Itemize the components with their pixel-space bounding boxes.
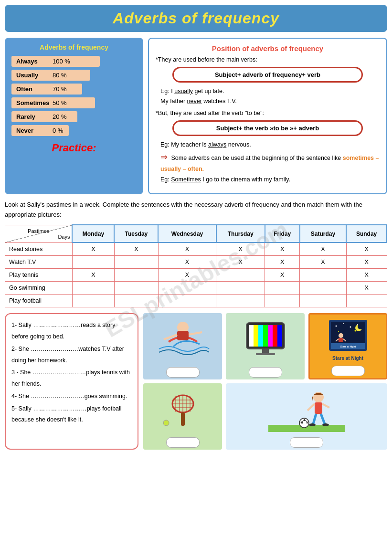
table-row: Play football <box>5 295 387 307</box>
adverb-bar-sometimes: Sometimes50 % <box>11 97 95 108</box>
adverb-row-always: Always100 % <box>11 56 137 67</box>
svg-line-47 <box>307 404 315 411</box>
adverbs-chart-box: Adverbs of frequency Always100 %Usually8… <box>5 38 143 194</box>
table-cell: X <box>265 256 300 269</box>
corner-pastimes: Pastimes <box>7 228 70 234</box>
table-cell: X <box>216 242 265 256</box>
position-note1: *They are used before the main verbs: <box>156 56 380 63</box>
svg-rect-15 <box>256 353 275 355</box>
table-cell: X <box>346 282 387 295</box>
svg-rect-9 <box>258 325 263 347</box>
adverb-bar-always: Always100 % <box>11 56 100 67</box>
adverb-row-often: Often70 % <box>11 84 137 95</box>
adverb-pct: 100 % <box>53 58 70 65</box>
svg-rect-7 <box>249 325 254 347</box>
adverb-word: Never <box>16 127 50 134</box>
adverb-bar-never: Never0 % <box>11 125 69 136</box>
col-wednesday: Wednesday <box>158 225 216 242</box>
table-cell: X <box>346 269 387 282</box>
svg-point-1 <box>179 322 187 331</box>
adverb-row-rarely: Rarely20 % <box>11 111 137 122</box>
football-image <box>226 383 387 435</box>
svg-point-52 <box>322 423 329 426</box>
book-image: Stars at Night Stars at Night <box>310 315 386 364</box>
svg-point-18 <box>335 326 337 327</box>
svg-line-4 <box>189 332 202 335</box>
adverb-pct: 20 % <box>53 113 67 120</box>
oval-verb-text: Subject+ adverb of frequency+ verb <box>172 67 363 83</box>
practice-label: Practice: <box>11 142 137 154</box>
table-cell: X <box>72 269 114 282</box>
adverb-row-usually: Usually80 % <box>11 70 137 81</box>
row-label-read-stories: Read stories <box>5 242 73 256</box>
table-cell <box>114 256 158 269</box>
table-row: Go swimmingX <box>5 282 387 295</box>
adverb-pct: 80 % <box>53 72 67 79</box>
table-cell <box>265 282 300 295</box>
table-cell <box>114 295 158 307</box>
table-cell <box>72 295 114 307</box>
svg-line-50 <box>321 414 325 424</box>
sentences-container: 1- Sally ……………………reads a story before go… <box>11 320 132 426</box>
svg-rect-2 <box>177 331 189 340</box>
adverb-word: Rarely <box>16 113 50 120</box>
arrow-icon: ⇒ <box>160 150 168 165</box>
page-title: Adverbs of frequency <box>5 10 387 27</box>
example1: Eg: I usually get up late. My father nev… <box>160 86 380 107</box>
table-row: Watch T.VXXXXX <box>5 256 387 269</box>
position-box: Position of adverbs of frequency *They a… <box>148 38 387 194</box>
bottom-section: 1- Sally ……………………reads a story before go… <box>5 313 387 450</box>
svg-rect-11 <box>268 325 273 347</box>
col-friday: Friday <box>265 225 300 242</box>
adverb-bar-usually: Usually80 % <box>11 70 90 81</box>
sentence-1: 1- Sally ……………………reads a story before go… <box>11 320 132 343</box>
row-label-go-swimming: Go swimming <box>5 282 73 295</box>
example2: Eg: My teacher is always nervous. ⇒ Some… <box>160 140 380 185</box>
football-bubble <box>290 437 323 448</box>
adverb-word: Always <box>16 58 50 65</box>
table-body: Read storiesXXXXXXXWatch T.VXXXXXPlay te… <box>5 242 387 307</box>
swimmer-bubble <box>166 367 200 378</box>
oval-verb-label: Subject+ adverb of frequency+ verb <box>172 67 363 83</box>
table-cell: X <box>158 242 216 256</box>
sentence-3: 3 - She ………………………plays tennis with her f… <box>11 367 132 390</box>
table-cell: X <box>158 256 216 269</box>
col-saturday: Saturday <box>300 225 347 242</box>
table-cell <box>216 269 265 282</box>
adverb-pct: 50 % <box>53 99 67 106</box>
table-cell: X <box>346 256 387 269</box>
svg-line-49 <box>313 414 316 424</box>
svg-point-20 <box>350 326 351 328</box>
adverb-word: Usually <box>16 72 50 79</box>
adverb-bar-rarely: Rarely20 % <box>11 111 77 122</box>
adverb-pct: 70 % <box>53 85 67 93</box>
adverb-pct: 0 % <box>53 127 63 134</box>
row-label-play-tennis: Play tennis <box>5 269 73 282</box>
table-cell: X <box>216 256 265 269</box>
svg-point-27 <box>339 333 343 338</box>
book-title: Stars at Night <box>332 356 363 361</box>
table-cell: X <box>114 242 158 256</box>
table-cell <box>158 282 216 295</box>
table-cell: X <box>300 242 347 256</box>
instruction-text: Look at Sally's pastimes in a week. Comp… <box>5 200 387 220</box>
sentence-2: 2- She ……………………watches T.V after doing h… <box>11 344 132 367</box>
col-monday: Monday <box>72 225 114 242</box>
image-football <box>226 383 387 450</box>
svg-point-19 <box>343 323 344 324</box>
adverb-row-never: Never0 % <box>11 125 137 136</box>
col-tuesday: Tuesday <box>114 225 158 242</box>
table-cell <box>216 282 265 295</box>
table-cell <box>158 295 216 307</box>
table-corner: Pastimes Days <box>5 225 73 242</box>
highlight-words: sometimes – usually – often. <box>160 155 379 173</box>
svg-line-48 <box>322 404 329 408</box>
top-section: Adverbs of frequency Always100 %Usually8… <box>5 38 387 194</box>
images-grid: Stars at Night Stars at Night <box>143 313 387 450</box>
tennis-bubble <box>166 437 200 448</box>
adverb-bars-container: Always100 %Usually80 %Often70 %Sometimes… <box>11 56 137 136</box>
image-tennis <box>143 383 222 450</box>
table-cell <box>300 282 347 295</box>
adverbs-chart-title: Adverbs of frequency <box>11 43 137 51</box>
position-note2: *But, they are used after the verb "to b… <box>156 110 380 116</box>
